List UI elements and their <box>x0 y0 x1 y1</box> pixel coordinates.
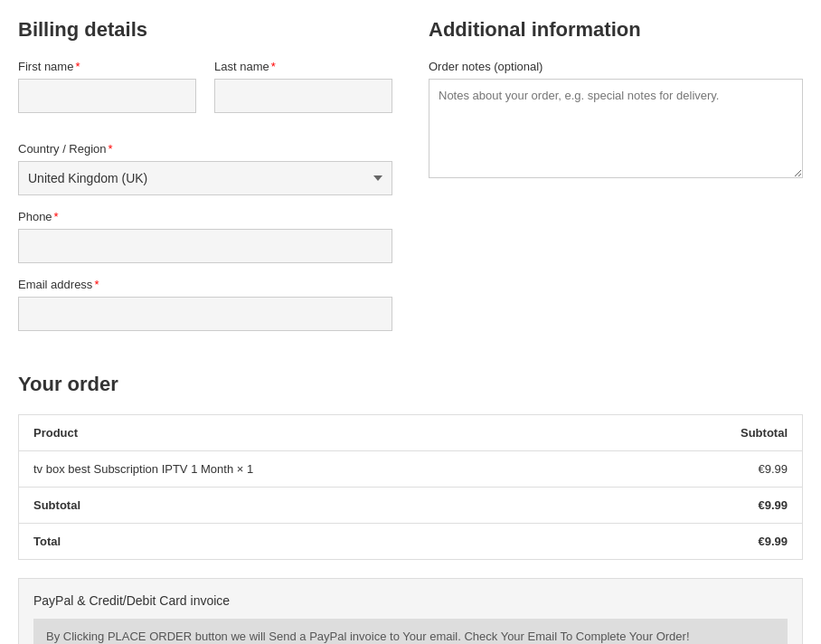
total-label-cell: Total <box>19 524 619 560</box>
email-input[interactable] <box>18 297 392 331</box>
country-required: * <box>109 142 113 156</box>
first-name-input[interactable] <box>18 79 196 113</box>
country-select[interactable]: United Kingdom (UK) United States (US) F… <box>18 161 392 195</box>
payment-title: PayPal & Credit/Debit Card invoice <box>33 593 788 608</box>
phone-required: * <box>54 210 59 223</box>
phone-group: Phone* <box>18 210 392 263</box>
payment-section: PayPal & Credit/Debit Card invoice By Cl… <box>18 578 803 644</box>
country-label: Country / Region* <box>18 142 392 156</box>
total-row: Total €9.99 <box>19 524 803 560</box>
additional-section: Additional information Order notes (opti… <box>429 18 803 181</box>
subtotal-label-cell: Subtotal <box>19 488 619 524</box>
order-table: Product Subtotal tv box best Subscriptio… <box>18 414 803 560</box>
subtotal-value-cell: €9.99 <box>618 488 802 524</box>
order-notes-textarea[interactable] <box>429 79 803 178</box>
total-value-cell: €9.99 <box>618 524 802 560</box>
payment-info-text: By Clicking PLACE ORDER button we will S… <box>46 630 775 643</box>
billing-section: Billing details First name* Last name* C… <box>18 18 392 346</box>
payment-info-box: By Clicking PLACE ORDER button we will S… <box>33 619 788 644</box>
last-name-group: Last name* <box>214 60 392 113</box>
phone-input[interactable] <box>18 229 392 263</box>
order-notes-label: Order notes (optional) <box>429 60 803 73</box>
table-row: tv box best Subscription IPTV 1 Month × … <box>19 451 803 488</box>
subtotal-row: Subtotal €9.99 <box>19 488 803 524</box>
product-name-cell: tv box best Subscription IPTV 1 Month × … <box>19 451 619 488</box>
order-table-header-row: Product Subtotal <box>19 415 803 451</box>
email-label: Email address* <box>18 278 392 291</box>
last-name-input[interactable] <box>214 79 392 113</box>
additional-heading: Additional information <box>429 18 803 42</box>
country-group: Country / Region* United Kingdom (UK) Un… <box>18 142 392 195</box>
last-name-label: Last name* <box>214 60 392 73</box>
first-name-group: First name* <box>18 60 196 113</box>
your-order-heading: Your order <box>18 373 803 396</box>
col-subtotal-header: Subtotal <box>618 415 802 451</box>
last-name-required: * <box>271 60 276 73</box>
product-price-cell: €9.99 <box>618 451 802 488</box>
your-order-section: Your order Product Subtotal tv box best … <box>18 373 803 644</box>
email-required: * <box>94 278 99 291</box>
phone-label: Phone* <box>18 210 392 223</box>
first-name-label: First name* <box>18 60 196 73</box>
billing-heading: Billing details <box>18 18 392 42</box>
order-notes-group: Order notes (optional) <box>429 60 803 181</box>
col-product-header: Product <box>19 415 619 451</box>
name-row: First name* Last name* <box>18 60 392 128</box>
email-group: Email address* <box>18 278 392 331</box>
first-name-required: * <box>75 60 80 73</box>
